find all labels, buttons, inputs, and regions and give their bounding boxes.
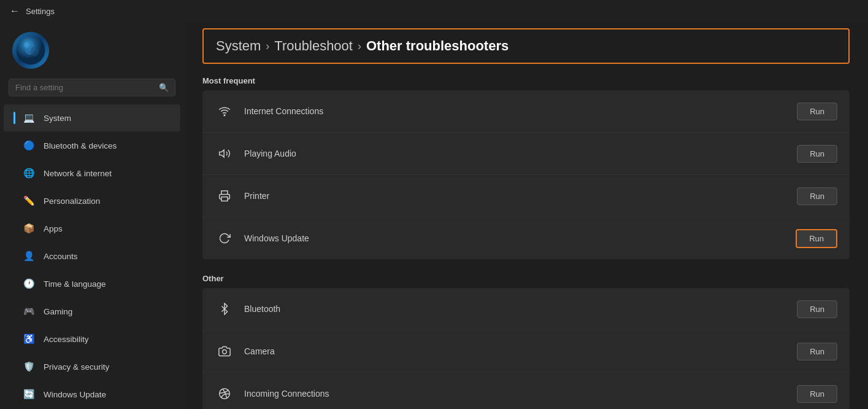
run-btn-internet_connections[interactable]: Run bbox=[797, 103, 837, 120]
apps-label: Apps bbox=[44, 224, 63, 233]
run-btn-printer[interactable]: Run bbox=[797, 187, 837, 205]
accessibility-icon: ♿ bbox=[21, 332, 36, 346]
sidebar-item-gaming[interactable]: 🎮Gaming bbox=[4, 298, 180, 325]
personalization-label: Personalization bbox=[44, 197, 100, 206]
accounts-label: Accounts bbox=[44, 252, 78, 261]
wifi-icon bbox=[215, 101, 234, 121]
nav-active-bar bbox=[13, 388, 15, 400]
ts-name-incoming_connections: Incoming Connections bbox=[244, 389, 797, 399]
main-layout: 🔍 💻System🔵Bluetooth & devices🌐Network & … bbox=[0, 22, 868, 409]
nav-active-bar bbox=[13, 222, 15, 235]
avatar bbox=[12, 32, 49, 69]
search-box[interactable]: 🔍 bbox=[9, 79, 175, 96]
ts-name-windows_update: Windows Update bbox=[244, 233, 796, 243]
nav-active-bar bbox=[13, 278, 15, 290]
ts-name-printer: Printer bbox=[244, 191, 797, 201]
network-label: Network & internet bbox=[44, 169, 112, 178]
printer-icon bbox=[215, 186, 234, 206]
nav-active-bar bbox=[13, 305, 15, 317]
ts-name-bluetooth: Bluetooth bbox=[244, 304, 797, 314]
ts-name-internet_connections: Internet Connections bbox=[244, 106, 797, 116]
nav-container: 💻System🔵Bluetooth & devices🌐Network & in… bbox=[0, 104, 184, 408]
sidebar: 🔍 💻System🔵Bluetooth & devices🌐Network & … bbox=[0, 22, 184, 409]
svg-point-4 bbox=[224, 115, 225, 116]
camera-icon bbox=[215, 341, 234, 361]
ts-item-printer: PrinterRun bbox=[202, 175, 850, 217]
run-btn-bluetooth[interactable]: Run bbox=[797, 300, 837, 318]
ts-name-playing_audio: Playing Audio bbox=[244, 149, 797, 158]
sidebar-item-privacy[interactable]: 🛡️Privacy & security bbox=[4, 353, 180, 380]
sidebar-item-windows_update[interactable]: 🔄Windows Update bbox=[4, 381, 180, 408]
sidebar-item-accessibility[interactable]: ♿Accessibility bbox=[4, 325, 180, 353]
nav-active-bar bbox=[13, 250, 15, 262]
nav-active-bar bbox=[13, 139, 15, 152]
privacy-label: Privacy & security bbox=[44, 362, 109, 372]
breadcrumb-troubleshoot[interactable]: Troubleshoot bbox=[274, 38, 353, 54]
nav-active-bar bbox=[13, 167, 15, 179]
ts-item-playing_audio: Playing AudioRun bbox=[202, 133, 850, 175]
run-btn-camera[interactable]: Run bbox=[797, 343, 837, 360]
ts-name-camera: Camera bbox=[244, 346, 797, 356]
other-heading: Other bbox=[202, 274, 850, 283]
sidebar-item-personalization[interactable]: ✏️Personalization bbox=[4, 187, 180, 214]
ts-item-bluetooth: BluetoothRun bbox=[202, 288, 850, 330]
privacy-icon: 🛡️ bbox=[21, 359, 36, 374]
breadcrumb-system[interactable]: System bbox=[216, 38, 261, 54]
personalization-icon: ✏️ bbox=[21, 193, 36, 208]
search-icon: 🔍 bbox=[159, 83, 169, 92]
bluetooth-icon bbox=[215, 299, 234, 319]
run-btn-windows_update[interactable]: Run bbox=[796, 229, 837, 248]
breadcrumb-sep-2: › bbox=[358, 40, 361, 53]
run-btn-incoming_connections[interactable]: Run bbox=[797, 385, 837, 403]
sidebar-item-time[interactable]: 🕐Time & language bbox=[4, 270, 180, 297]
other-list: BluetoothRun CameraRun Incoming Connecti… bbox=[202, 288, 850, 409]
breadcrumb-sep-1: › bbox=[266, 40, 269, 53]
audio-icon bbox=[215, 144, 234, 163]
svg-rect-6 bbox=[221, 197, 228, 201]
time-label: Time & language bbox=[44, 279, 106, 289]
gaming-label: Gaming bbox=[44, 307, 72, 316]
system-label: System bbox=[44, 114, 71, 123]
titlebar-title: Settings bbox=[26, 7, 55, 16]
ts-item-camera: CameraRun bbox=[202, 330, 850, 373]
sidebar-item-system[interactable]: 💻System bbox=[4, 104, 180, 131]
svg-point-7 bbox=[223, 350, 227, 354]
nav-active-bar bbox=[13, 112, 15, 124]
breadcrumb-other-troubleshooters: Other troubleshooters bbox=[366, 38, 509, 54]
titlebar: ← Settings bbox=[0, 0, 868, 22]
nav-active-bar bbox=[13, 333, 15, 345]
bluetooth-label: Bluetooth & devices bbox=[44, 141, 117, 150]
nav-active-bar bbox=[13, 195, 15, 207]
bluetooth-icon: 🔵 bbox=[21, 138, 36, 153]
ts-item-windows_update: Windows UpdateRun bbox=[202, 217, 850, 259]
svg-point-3 bbox=[24, 43, 29, 48]
search-input[interactable] bbox=[15, 83, 159, 92]
run-btn-playing_audio[interactable]: Run bbox=[797, 145, 837, 163]
gaming-icon: 🎮 bbox=[21, 304, 36, 319]
sidebar-item-accounts[interactable]: 👤Accounts bbox=[4, 243, 180, 270]
ts-item-incoming_connections: Incoming ConnectionsRun bbox=[202, 373, 850, 409]
windows_update-icon: 🔄 bbox=[21, 387, 36, 402]
svg-point-2 bbox=[31, 46, 39, 56]
svg-marker-5 bbox=[220, 150, 225, 157]
time-icon: 🕐 bbox=[21, 276, 36, 291]
update-icon bbox=[215, 228, 234, 248]
most-frequent-list: Internet ConnectionsRun Playing AudioRun… bbox=[202, 90, 850, 259]
windows_update-label: Windows Update bbox=[44, 390, 106, 399]
accounts-icon: 👤 bbox=[21, 249, 36, 263]
apps-icon: 📦 bbox=[21, 221, 36, 236]
system-icon: 💻 bbox=[21, 111, 36, 125]
accessibility-label: Accessibility bbox=[44, 335, 89, 344]
sidebar-item-network[interactable]: 🌐Network & internet bbox=[4, 160, 180, 187]
most-frequent-heading: Most frequent bbox=[202, 76, 850, 85]
incoming-icon bbox=[215, 384, 234, 403]
sidebar-item-apps[interactable]: 📦Apps bbox=[4, 215, 180, 242]
back-button[interactable]: ← bbox=[10, 6, 20, 17]
network-icon: 🌐 bbox=[21, 166, 36, 181]
ts-item-internet_connections: Internet ConnectionsRun bbox=[202, 90, 850, 133]
sidebar-item-bluetooth[interactable]: 🔵Bluetooth & devices bbox=[4, 132, 180, 159]
nav-active-bar bbox=[13, 360, 15, 373]
breadcrumb: System › Troubleshoot › Other troublesho… bbox=[202, 28, 850, 64]
content-area: System › Troubleshoot › Other troublesho… bbox=[184, 22, 868, 409]
